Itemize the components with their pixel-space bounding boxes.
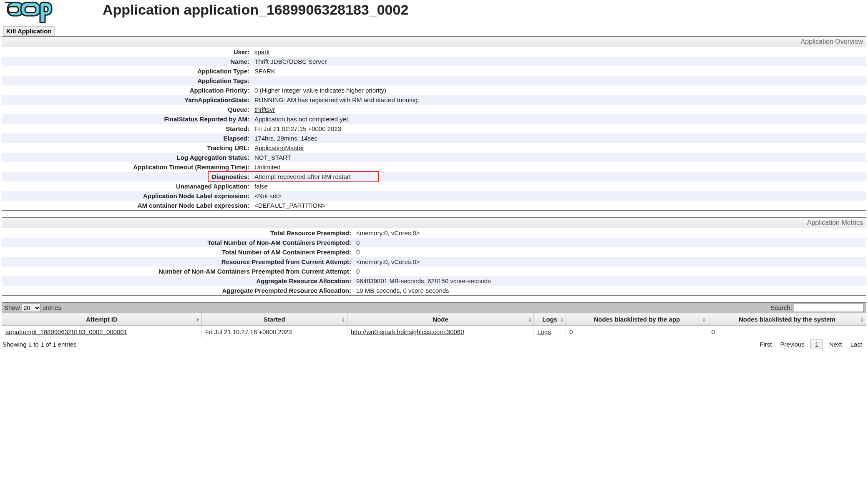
overview-row: Application Tags: — [2, 76, 866, 86]
overview-label: Application Tags: — [2, 76, 252, 86]
application-overview-header: Application Overview — [2, 37, 866, 47]
metrics-label: Aggregate Preempted Resource Allocation: — [2, 286, 354, 295]
overview-label: Application Priority: — [2, 86, 252, 95]
show-entries-suffix: entries — [43, 304, 61, 311]
overview-label: Log Aggregation Status: — [2, 153, 252, 162]
sort-caret-icon: ▲▼ — [528, 317, 532, 322]
overview-value: 174hrs, 29mins, 14sec — [252, 133, 866, 143]
pager-current-page[interactable]: 1 — [810, 340, 823, 349]
overview-row: Diagnostics:Attempt recovered after RM r… — [2, 172, 866, 181]
overview-row: User:spark — [2, 47, 866, 57]
metrics-row: Total Number of Non-AM Containers Preemp… — [2, 238, 866, 247]
overview-value: RUNNING: AM has registered with RM and s… — [252, 95, 866, 105]
pager-first[interactable]: First — [756, 340, 775, 349]
overview-label: AM container Node Label expression: — [2, 201, 252, 210]
overview-value: ApplicationMaster — [252, 143, 866, 153]
pager-last[interactable]: Last — [847, 340, 865, 349]
overview-row: Started:Fri Jul 21 02:27:15 +0000 2023 — [2, 124, 866, 133]
metrics-value: 10 MB-seconds, 0 vcore-seconds — [354, 286, 866, 295]
table-row: appattempt_1689906328183_0002_000001Fri … — [2, 326, 866, 338]
page-title: Application application_1689906328183_00… — [103, 2, 408, 18]
overview-label: Tracking URL: — [2, 143, 252, 153]
overview-label: YarnApplicationState: — [2, 95, 252, 105]
overview-value: 0 (Higher Integer value indicates higher… — [252, 86, 866, 95]
attempts-section: Show 102050100 entries Search: Attempt I… — [2, 302, 866, 350]
attempts-col-header[interactable]: Started▲▼ — [201, 313, 347, 326]
overview-row: Application Priority:0 (Higher Integer v… — [2, 86, 866, 95]
overview-label: Queue: — [2, 105, 252, 114]
attempts-col-header[interactable]: Attempt ID▼ — [2, 313, 202, 326]
attempt-blacklist-sys: 0 — [708, 326, 866, 338]
metrics-label: Resource Preempted from Current Attempt: — [2, 257, 354, 267]
overview-value: spark — [252, 47, 866, 57]
overview-value: Thrift JDBC/ODBC Server — [252, 57, 866, 66]
overview-label: Elapsed: — [2, 133, 252, 143]
kill-application-button[interactable]: Kill Application — [3, 26, 55, 36]
overview-value: Unlimited — [252, 162, 866, 172]
metrics-row: Resource Preempted from Current Attempt:… — [2, 257, 866, 267]
overview-row: Queue:thriftsvr — [2, 105, 866, 114]
sort-caret-icon: ▲▼ — [860, 317, 864, 322]
metrics-row: Total Number of AM Containers Preempted:… — [2, 247, 866, 257]
sort-caret-icon: ▼ — [196, 318, 200, 321]
hadoop-logo — [4, 0, 53, 24]
search-label: Search: — [770, 304, 792, 311]
attempts-table: Attempt ID▼Started▲▼Node▲▼Logs▲▼Nodes bl… — [2, 313, 866, 338]
overview-value: Application has not completed yet. — [252, 114, 866, 124]
attempts-col-header[interactable]: Node▲▼ — [347, 313, 534, 326]
application-overview-panel: Application Overview User:sparkName:Thri… — [2, 36, 866, 211]
metrics-value: 0 — [354, 238, 866, 247]
metrics-value: 964839801 MB-seconds, 628150 vcore-secon… — [354, 276, 866, 286]
application-metrics-panel: Application Metrics Total Resource Preem… — [2, 217, 866, 296]
overview-row: Name:Thrift JDBC/ODBC Server — [2, 57, 866, 66]
overview-label: Name: — [2, 57, 252, 66]
overview-value-link[interactable]: thriftsvr — [254, 106, 275, 113]
overview-row: AM container Node Label expression:<DEFA… — [2, 201, 866, 210]
overview-value-link[interactable]: spark — [254, 48, 270, 55]
attempts-info: Showing 1 to 1 of 1 entries — [3, 341, 77, 348]
attempts-col-header[interactable]: Logs▲▼ — [534, 313, 566, 326]
metrics-label: Total Number of AM Containers Preempted: — [2, 247, 354, 257]
attempt-node-link[interactable]: http://wn0-spark.hdinsightcss.com:30060 — [351, 328, 464, 335]
overview-value: Fri Jul 21 02:27:15 +0000 2023 — [252, 124, 866, 133]
overview-label: Started: — [2, 124, 252, 133]
metrics-row: Total Resource Preempted:<memory:0, vCor… — [2, 228, 866, 238]
overview-value: thriftsvr — [252, 105, 866, 114]
metrics-value: 0 — [354, 247, 866, 257]
metrics-row: Number of Non-AM Containers Preempted fr… — [2, 267, 866, 276]
overview-row: Application Timeout (Remaining Time):Unl… — [2, 162, 866, 172]
overview-row: Application Type:SPARK — [2, 66, 866, 76]
metrics-row: Aggregate Preempted Resource Allocation:… — [2, 286, 866, 295]
attempts-col-header[interactable]: Nodes blacklisted by the app▲▼ — [566, 313, 708, 326]
show-entries-select[interactable]: 102050100 — [22, 304, 41, 312]
attempts-col-header[interactable]: Nodes blacklisted by the system▲▼ — [708, 313, 866, 326]
metrics-label: Total Resource Preempted: — [2, 228, 354, 238]
overview-label: User: — [2, 47, 252, 57]
metrics-row: Aggregate Resource Allocation:964839801 … — [2, 276, 866, 286]
attempt-logs-link[interactable]: Logs — [537, 328, 551, 335]
metrics-value: <memory:0, vCores:0> — [354, 257, 866, 267]
overview-label: Unmanaged Application: — [2, 181, 252, 191]
attempt-blacklist-app: 0 — [566, 326, 708, 338]
overview-value: SPARK — [252, 66, 866, 76]
sort-caret-icon: ▲▼ — [702, 317, 706, 322]
overview-value: <DEFAULT_PARTITION> — [252, 201, 866, 210]
pager-previous[interactable]: Previous — [777, 340, 808, 349]
metrics-value: <memory:0, vCores:0> — [354, 228, 866, 238]
overview-value — [252, 76, 866, 86]
pager-next[interactable]: Next — [826, 340, 845, 349]
overview-label: Application Timeout (Remaining Time): — [2, 162, 252, 172]
overview-row: Log Aggregation Status:NOT_START — [2, 153, 866, 162]
overview-value-link[interactable]: ApplicationMaster — [254, 144, 304, 151]
attempt-id-link[interactable]: appattempt_1689906328183_0002_000001 — [5, 328, 127, 335]
metrics-label: Number of Non-AM Containers Preempted fr… — [2, 267, 354, 276]
overview-row: Application Node Label expression:<Not s… — [2, 191, 866, 201]
overview-row: FinalStatus Reported by AM:Application h… — [2, 114, 866, 124]
overview-value: false — [252, 181, 866, 191]
overview-row: Elapsed:174hrs, 29mins, 14sec — [2, 133, 866, 143]
application-metrics-header: Application Metrics — [2, 218, 866, 228]
metrics-label: Total Number of Non-AM Containers Preemp… — [2, 238, 354, 247]
search-input[interactable] — [794, 304, 864, 312]
overview-label: Application Type: — [2, 66, 252, 76]
attempts-pager: First Previous 1 Next Last — [756, 341, 865, 348]
